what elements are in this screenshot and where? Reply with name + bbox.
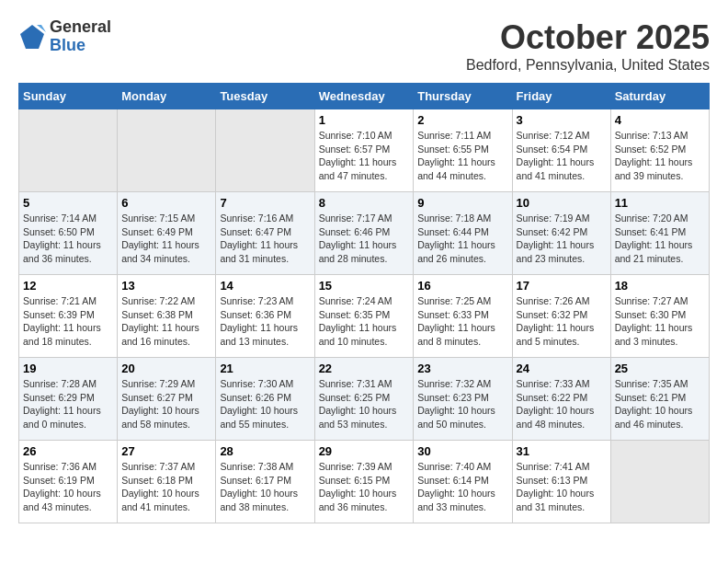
day-number: 30: [417, 444, 507, 458]
day-cell: 23Sunrise: 7:32 AM Sunset: 6:23 PM Dayli…: [414, 358, 512, 441]
day-info: Sunrise: 7:29 AM Sunset: 6:27 PM Dayligh…: [121, 377, 211, 431]
day-cell: 11Sunrise: 7:20 AM Sunset: 6:41 PM Dayli…: [610, 192, 709, 275]
header-cell-monday: Monday: [118, 84, 216, 109]
day-cell: [610, 441, 709, 523]
day-number: 3: [517, 113, 607, 127]
day-info: Sunrise: 7:38 AM Sunset: 6:17 PM Dayligh…: [220, 460, 310, 514]
day-cell: 2Sunrise: 7:11 AM Sunset: 6:55 PM Daylig…: [414, 109, 512, 192]
day-cell: 12Sunrise: 7:21 AM Sunset: 6:39 PM Dayli…: [19, 275, 118, 358]
day-info: Sunrise: 7:14 AM Sunset: 6:50 PM Dayligh…: [23, 212, 113, 266]
day-number: 13: [121, 279, 211, 293]
header-row: SundayMondayTuesdayWednesdayThursdayFrid…: [19, 84, 710, 109]
day-info: Sunrise: 7:33 AM Sunset: 6:22 PM Dayligh…: [517, 377, 607, 431]
day-number: 23: [417, 362, 507, 375]
day-cell: 22Sunrise: 7:31 AM Sunset: 6:25 PM Dayli…: [314, 358, 414, 441]
day-cell: 26Sunrise: 7:36 AM Sunset: 6:19 PM Dayli…: [19, 441, 118, 523]
day-number: 31: [517, 444, 607, 458]
header-cell-saturday: Saturday: [610, 84, 709, 109]
day-info: Sunrise: 7:12 AM Sunset: 6:54 PM Dayligh…: [517, 129, 607, 183]
day-number: 7: [220, 196, 310, 210]
day-cell: 6Sunrise: 7:15 AM Sunset: 6:49 PM Daylig…: [118, 192, 216, 275]
day-cell: 13Sunrise: 7:22 AM Sunset: 6:38 PM Dayli…: [118, 275, 216, 358]
day-cell: 20Sunrise: 7:29 AM Sunset: 6:27 PM Dayli…: [118, 358, 216, 441]
day-cell: 29Sunrise: 7:39 AM Sunset: 6:15 PM Dayli…: [314, 441, 414, 523]
day-cell: 27Sunrise: 7:37 AM Sunset: 6:18 PM Dayli…: [118, 441, 216, 523]
day-info: Sunrise: 7:32 AM Sunset: 6:23 PM Dayligh…: [417, 377, 507, 431]
day-cell: 19Sunrise: 7:28 AM Sunset: 6:29 PM Dayli…: [19, 358, 118, 441]
location: Bedford, Pennsylvania, United States: [466, 57, 710, 74]
logo-icon: [18, 23, 46, 51]
day-cell: 24Sunrise: 7:33 AM Sunset: 6:22 PM Dayli…: [512, 358, 610, 441]
month-title: October 2025: [466, 18, 710, 57]
day-number: 29: [319, 444, 410, 458]
day-cell: 14Sunrise: 7:23 AM Sunset: 6:36 PM Dayli…: [216, 275, 314, 358]
day-info: Sunrise: 7:37 AM Sunset: 6:18 PM Dayligh…: [121, 460, 211, 514]
day-cell: [118, 109, 216, 192]
day-number: 16: [417, 279, 507, 293]
day-info: Sunrise: 7:11 AM Sunset: 6:55 PM Dayligh…: [417, 129, 507, 183]
day-number: 28: [220, 444, 310, 458]
day-info: Sunrise: 7:10 AM Sunset: 6:57 PM Dayligh…: [319, 129, 410, 183]
day-number: 20: [121, 362, 211, 375]
day-number: 8: [319, 196, 410, 210]
title-block: October 2025 Bedford, Pennsylvania, Unit…: [466, 18, 710, 74]
header-cell-wednesday: Wednesday: [314, 84, 414, 109]
day-number: 4: [615, 113, 705, 127]
page-header: General Blue October 2025 Bedford, Penns…: [18, 18, 710, 74]
day-cell: 5Sunrise: 7:14 AM Sunset: 6:50 PM Daylig…: [19, 192, 118, 275]
calendar-table: SundayMondayTuesdayWednesdayThursdayFrid…: [18, 83, 710, 523]
header-cell-sunday: Sunday: [19, 84, 118, 109]
day-cell: 21Sunrise: 7:30 AM Sunset: 6:26 PM Dayli…: [216, 358, 314, 441]
day-number: 11: [615, 196, 705, 210]
day-cell: 1Sunrise: 7:10 AM Sunset: 6:57 PM Daylig…: [314, 109, 414, 192]
day-cell: 10Sunrise: 7:19 AM Sunset: 6:42 PM Dayli…: [512, 192, 610, 275]
day-info: Sunrise: 7:20 AM Sunset: 6:41 PM Dayligh…: [615, 212, 705, 266]
day-info: Sunrise: 7:24 AM Sunset: 6:35 PM Dayligh…: [319, 294, 410, 349]
logo-blue: Blue: [50, 37, 111, 55]
day-info: Sunrise: 7:36 AM Sunset: 6:19 PM Dayligh…: [23, 460, 113, 514]
day-number: 14: [220, 279, 310, 293]
day-info: Sunrise: 7:35 AM Sunset: 6:21 PM Dayligh…: [615, 377, 705, 431]
day-info: Sunrise: 7:25 AM Sunset: 6:33 PM Dayligh…: [417, 294, 507, 349]
week-row-3: 12Sunrise: 7:21 AM Sunset: 6:39 PM Dayli…: [19, 275, 710, 358]
day-info: Sunrise: 7:21 AM Sunset: 6:39 PM Dayligh…: [23, 294, 113, 349]
day-cell: 15Sunrise: 7:24 AM Sunset: 6:35 PM Dayli…: [314, 275, 414, 358]
logo-general: General: [50, 18, 111, 37]
day-info: Sunrise: 7:40 AM Sunset: 6:14 PM Dayligh…: [417, 460, 507, 514]
week-row-2: 5Sunrise: 7:14 AM Sunset: 6:50 PM Daylig…: [19, 192, 710, 275]
day-number: 26: [23, 444, 113, 458]
day-info: Sunrise: 7:16 AM Sunset: 6:47 PM Dayligh…: [220, 212, 310, 266]
logo: General Blue: [18, 18, 111, 55]
day-cell: 7Sunrise: 7:16 AM Sunset: 6:47 PM Daylig…: [216, 192, 314, 275]
day-number: 24: [517, 362, 607, 375]
day-cell: 8Sunrise: 7:17 AM Sunset: 6:46 PM Daylig…: [314, 192, 414, 275]
logo-text: General Blue: [50, 18, 111, 55]
day-number: 12: [23, 279, 113, 293]
day-cell: [216, 109, 314, 192]
day-number: 15: [319, 279, 410, 293]
day-cell: 3Sunrise: 7:12 AM Sunset: 6:54 PM Daylig…: [512, 109, 610, 192]
day-number: 18: [615, 279, 705, 293]
day-number: 1: [319, 113, 410, 127]
day-number: 6: [121, 196, 211, 210]
day-cell: 30Sunrise: 7:40 AM Sunset: 6:14 PM Dayli…: [414, 441, 512, 523]
day-number: 9: [417, 196, 507, 210]
day-cell: 25Sunrise: 7:35 AM Sunset: 6:21 PM Dayli…: [610, 358, 709, 441]
day-cell: 16Sunrise: 7:25 AM Sunset: 6:33 PM Dayli…: [414, 275, 512, 358]
day-info: Sunrise: 7:15 AM Sunset: 6:49 PM Dayligh…: [121, 212, 211, 266]
day-number: 22: [319, 362, 410, 375]
day-info: Sunrise: 7:30 AM Sunset: 6:26 PM Dayligh…: [220, 377, 310, 431]
week-row-1: 1Sunrise: 7:10 AM Sunset: 6:57 PM Daylig…: [19, 109, 710, 192]
day-number: 25: [615, 362, 705, 375]
day-cell: [19, 109, 118, 192]
day-info: Sunrise: 7:39 AM Sunset: 6:15 PM Dayligh…: [319, 460, 410, 514]
day-number: 10: [517, 196, 607, 210]
day-number: 2: [417, 113, 507, 127]
day-info: Sunrise: 7:41 AM Sunset: 6:13 PM Dayligh…: [517, 460, 607, 514]
day-number: 19: [23, 362, 113, 375]
week-row-4: 19Sunrise: 7:28 AM Sunset: 6:29 PM Dayli…: [19, 358, 710, 441]
day-number: 21: [220, 362, 310, 375]
header-cell-tuesday: Tuesday: [216, 84, 314, 109]
day-info: Sunrise: 7:27 AM Sunset: 6:30 PM Dayligh…: [615, 294, 705, 349]
day-cell: 28Sunrise: 7:38 AM Sunset: 6:17 PM Dayli…: [216, 441, 314, 523]
